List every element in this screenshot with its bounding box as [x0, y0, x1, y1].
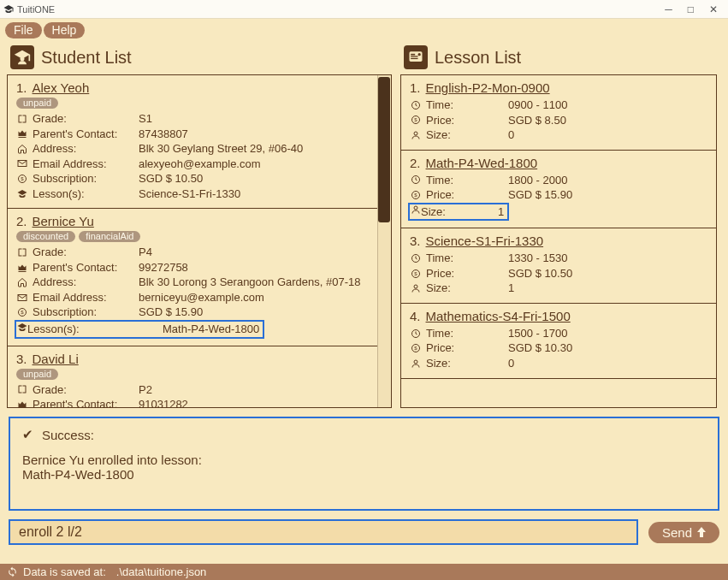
- book-icon: [16, 247, 27, 258]
- dollar-icon: $: [410, 189, 421, 200]
- lesson-card[interactable]: 1. English-P2-Mon-0900 Time:0900 - 1100 …: [401, 75, 716, 151]
- crown-icon: [16, 128, 27, 139]
- field-label: Address:: [33, 275, 133, 290]
- field-label: Lesson(s):: [27, 322, 128, 337]
- lesson-time: 1800 - 2000: [508, 173, 567, 188]
- field-label: Subscription:: [33, 305, 133, 320]
- student-list-box: 1. Alex Yeoh unpaid Grade:S1 Parent's Co…: [7, 74, 392, 408]
- student-email: berniceyu@example.com: [139, 290, 264, 305]
- lesson-name[interactable]: Math-P4-Wed-1800: [426, 156, 538, 170]
- student-grade: P4: [139, 245, 152, 260]
- feedback-header: Success:: [42, 428, 94, 442]
- student-index: 3.: [16, 352, 27, 366]
- lesson-list[interactable]: 1. English-P2-Mon-0900 Time:0900 - 1100 …: [401, 75, 716, 407]
- student-list[interactable]: 1. Alex Yeoh unpaid Grade:S1 Parent's Co…: [8, 75, 391, 407]
- menu-file[interactable]: File: [5, 22, 42, 38]
- student-subscription: SGD $ 15.90: [139, 305, 203, 320]
- home-icon: [16, 277, 27, 288]
- clock-icon: [410, 175, 421, 186]
- lesson-index: 1.: [410, 80, 421, 95]
- dollar-icon: $: [410, 343, 421, 354]
- dollar-icon: $: [410, 115, 421, 126]
- lesson-name[interactable]: Science-S1-Fri-1330: [426, 234, 544, 248]
- lesson-card[interactable]: 4. Mathematics-S4-Fri-1500 Time:1500 - 1…: [401, 304, 716, 379]
- svg-text:$: $: [21, 310, 24, 315]
- lesson-index: 4.: [410, 309, 421, 323]
- mail-icon: [16, 292, 27, 303]
- svg-text:$: $: [21, 176, 24, 181]
- student-name[interactable]: David Li: [33, 352, 79, 366]
- command-row: Send: [0, 519, 728, 550]
- svg-rect-11: [411, 54, 415, 56]
- student-grade: P2: [139, 382, 152, 398]
- feedback-line2: Math-P4-Wed-1800: [22, 467, 706, 482]
- scrollbar-thumb[interactable]: [378, 77, 390, 222]
- svg-text:$: $: [414, 192, 417, 198]
- menubar: File Help: [0, 19, 728, 42]
- field-label: Price:: [426, 113, 469, 128]
- student-address: Blk 30 Geylang Street 29, #06-40: [139, 141, 303, 157]
- badge: discounted: [16, 231, 75, 242]
- dollar-icon: $: [16, 173, 27, 184]
- field-label: Price:: [426, 340, 469, 356]
- clock-icon: [410, 328, 421, 339]
- field-label: Grade:: [33, 245, 133, 260]
- person-icon: [410, 283, 421, 294]
- badge: unpaid: [16, 98, 58, 109]
- badge: financialAid: [79, 231, 140, 242]
- student-card[interactable]: 1. Alex Yeoh unpaid Grade:S1 Parent's Co…: [8, 75, 377, 209]
- student-parent-contact: 91031282: [139, 397, 188, 407]
- window-title: TuitiONE: [17, 4, 55, 15]
- app-icon: [3, 4, 14, 15]
- field-label: Time:: [426, 173, 469, 188]
- svg-text:$: $: [414, 271, 417, 276]
- svg-point-14: [418, 53, 421, 56]
- window-minimize-icon[interactable]: ─: [665, 3, 672, 15]
- dollar-icon: $: [410, 268, 421, 279]
- lesson-name[interactable]: Mathematics-S4-Fri-1500: [426, 309, 571, 323]
- lesson-index: 2.: [410, 156, 421, 170]
- student-index: 2.: [16, 214, 27, 228]
- lesson-name[interactable]: English-P2-Mon-0900: [426, 80, 550, 95]
- scrollbar-track[interactable]: [377, 75, 391, 407]
- field-label: Size:: [426, 127, 469, 143]
- person-icon: [410, 129, 421, 140]
- lesson-price: SGD $ 8.50: [508, 113, 566, 128]
- window-close-icon[interactable]: ✕: [709, 3, 718, 15]
- check-icon: ✔: [22, 427, 33, 442]
- crown-icon: [16, 399, 27, 407]
- grad-cap-icon: [16, 322, 27, 333]
- student-lessons: Science-S1-Fri-1330: [139, 186, 240, 202]
- field-label: Size:: [426, 281, 469, 296]
- lesson-time: 0900 - 1100: [508, 98, 567, 113]
- lesson-time: 1500 - 1700: [508, 326, 567, 341]
- student-parent-contact: 87438807: [139, 127, 188, 142]
- student-name[interactable]: Bernice Yu: [33, 214, 94, 228]
- student-subscription: SGD $ 10.50: [139, 171, 203, 186]
- crown-icon: [16, 262, 27, 273]
- field-label: Email Address:: [33, 290, 133, 305]
- lesson-card[interactable]: 2. Math-P4-Wed-1800 Time:1800 - 2000 $Pr…: [401, 151, 716, 229]
- book-icon: [16, 384, 27, 395]
- field-label: Email Address:: [33, 157, 133, 172]
- student-card[interactable]: 3. David Li unpaid Grade:P2 Parent's Con…: [8, 346, 377, 407]
- menu-help[interactable]: Help: [44, 22, 86, 38]
- svg-point-26: [414, 285, 417, 288]
- statusbar: Data is saved at: .\data\tuitione.json: [0, 564, 728, 580]
- field-label: Parent's Contact:: [33, 397, 133, 407]
- lesson-card[interactable]: 3. Science-S1-Fri-1330 Time:1330 - 1530 …: [401, 228, 716, 304]
- send-button[interactable]: Send: [648, 522, 719, 543]
- svg-point-22: [414, 206, 417, 210]
- student-name[interactable]: Alex Yeoh: [33, 80, 90, 95]
- field-label: Address:: [33, 141, 133, 157]
- lesson-index: 3.: [410, 234, 421, 248]
- student-grade: S1: [139, 111, 152, 127]
- student-email: alexyeoh@example.com: [139, 157, 261, 172]
- window-maximize-icon[interactable]: □: [688, 3, 694, 15]
- student-parent-contact: 99272758: [139, 260, 188, 275]
- student-card[interactable]: 2. Bernice Yu discountedfinancialAid Gra…: [8, 209, 377, 346]
- badge: unpaid: [16, 369, 58, 380]
- field-label: Lesson(s):: [33, 186, 133, 202]
- person-icon: [410, 204, 421, 216]
- command-input[interactable]: [9, 519, 638, 545]
